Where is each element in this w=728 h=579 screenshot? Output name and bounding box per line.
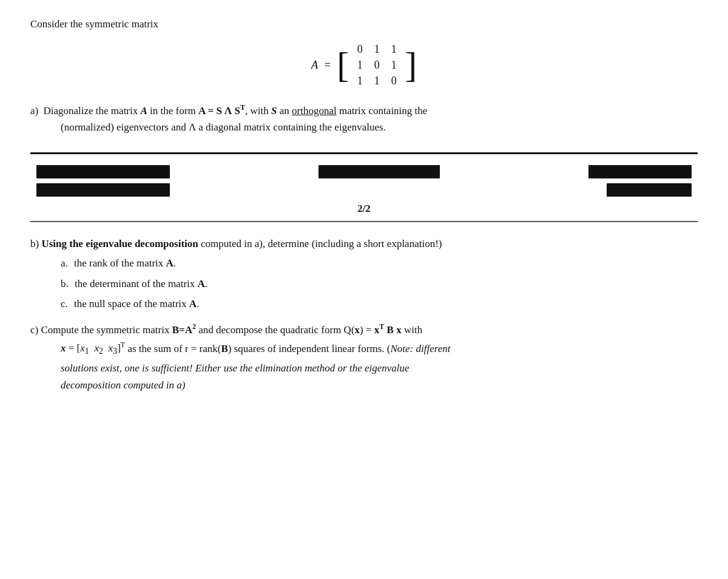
cell-2-2: 0 <box>385 75 402 87</box>
part-b-sub-items: a. the rank of the matrix A. b. the dete… <box>61 255 698 312</box>
part-c-B: B=A2 <box>172 324 196 336</box>
thick-divider <box>30 152 698 154</box>
x2-sub: 2 <box>99 347 103 356</box>
part-c-text1: Compute the symmetric matrix <box>41 324 172 336</box>
redacted-bar-1 <box>36 165 170 178</box>
cell-2-1: 1 <box>368 75 385 87</box>
thin-divider <box>30 221 698 222</box>
part-a: a) Diagonalize the matrix A in the form … <box>30 102 698 135</box>
part-c-text3: ) = <box>360 324 374 336</box>
cell-1-2: 1 <box>385 59 402 72</box>
matrix-container: A = [ 0 1 1 1 0 1 1 1 0 ] <box>30 41 698 89</box>
part-c-text2: and decompose the quadratic form Q( <box>196 324 355 336</box>
part-a-label: a) <box>30 105 38 117</box>
part-b-intro-bold: Using the eigenvalue decomposition <box>41 238 198 249</box>
cell-0-1: 1 <box>368 43 385 56</box>
matrix-label: A <box>311 58 318 72</box>
part-c-xb2: x <box>396 324 402 336</box>
italic-line-1: solutions exist, one is sufficient! Eith… <box>61 362 410 374</box>
part-c-vector-line: x = [x1 x2 x3]T <box>61 342 125 354</box>
part-a-text2: in the form <box>147 105 198 117</box>
part-a-orthogonal: orthogonal <box>292 105 337 117</box>
bracket-right: ] <box>405 47 417 83</box>
page-number: 2/2 <box>357 203 371 215</box>
x3-sub: 3 <box>113 347 117 356</box>
part-c-text8: ) squares of independent linear forms. ( <box>228 342 391 354</box>
sub-label-a: a. <box>61 257 68 269</box>
part-c-x: x <box>355 324 360 336</box>
part-b-intro-rest: computed in a), determine (including a s… <box>198 238 442 249</box>
matrix-grid: 0 1 1 1 0 1 1 1 0 <box>351 41 402 89</box>
redacted-bar-5 <box>607 183 692 197</box>
part-c-Bb: B <box>387 324 394 336</box>
part-b-label: b) <box>30 238 39 249</box>
part-a-line2: (normalized) eigenvectors and Λ a diagon… <box>61 121 386 133</box>
part-c-Bb2: B <box>221 342 228 354</box>
x1: x <box>80 342 85 354</box>
cell-0-0: 0 <box>351 43 368 56</box>
sub-c-end: . <box>197 298 199 310</box>
redacted-bar-2 <box>318 165 440 178</box>
x-vector-label: x <box>61 342 66 354</box>
sub-b-end: . <box>205 278 207 290</box>
cell-1-1: 0 <box>368 59 385 72</box>
part-c-italic-block: solutions exist, one is sufficient! Eith… <box>61 360 698 394</box>
part-a-text5: matrix containing the <box>337 105 428 117</box>
part-c-note: Note: different <box>390 342 450 354</box>
sub-c-bold: A <box>189 298 197 310</box>
part-a-text4: an <box>277 105 292 117</box>
bracket-left: [ <box>337 47 349 83</box>
matrix-expression: A = [ 0 1 1 1 0 1 1 1 0 ] <box>311 41 417 89</box>
part-a-A: A <box>141 105 147 117</box>
sub-text-a: the rank of the matrix <box>74 257 166 269</box>
sub-item-a: a. the rank of the matrix A. <box>61 255 698 271</box>
sub-item-b: b. the determinant of the matrix A. <box>61 276 698 292</box>
sub-item-c: c. the null space of the matrix A. <box>61 296 698 312</box>
x3: x <box>109 342 113 354</box>
matrix-bracket-wrap: [ 0 1 1 1 0 1 1 1 0 ] <box>337 41 417 89</box>
intro-text: Consider the symmetric matrix <box>30 18 698 30</box>
cell-1-0: 1 <box>351 59 368 72</box>
matrix-equals: = <box>324 58 331 72</box>
sub-text-b: the determinant of the matrix <box>75 278 198 290</box>
part-a-formula-main: A = S Λ ST <box>198 105 245 117</box>
italic-line-2: decomposition computed in a) <box>61 379 185 391</box>
redacted-bar-3 <box>588 165 692 178</box>
part-c-label: c) <box>30 324 38 336</box>
x2: x <box>94 342 99 354</box>
sub-b-bold: A <box>198 278 205 290</box>
part-c-text7: as the sum of r = rank( <box>125 342 221 354</box>
sub-text-c: the null space of the matrix <box>74 298 189 310</box>
cell-2-0: 1 <box>351 75 368 87</box>
part-b: b) Using the eigenvalue decomposition co… <box>30 235 698 312</box>
redacted-row-1 <box>30 165 698 178</box>
cell-0-2: 1 <box>385 43 402 56</box>
part-a-text3: , with <box>245 105 271 117</box>
part-a-text1: Diagonalize the matrix <box>43 105 140 117</box>
sub-a-end: . <box>174 257 176 269</box>
page-number-row: 2/2 <box>30 203 698 215</box>
sub-a-bold: A <box>166 257 174 269</box>
x1-sub: 1 <box>85 347 89 356</box>
sub-label-c: c. <box>61 298 68 310</box>
part-c-text6: with <box>402 324 422 336</box>
redacted-bar-4 <box>36 183 170 197</box>
sub-label-b: b. <box>61 278 69 290</box>
T-superscript: T <box>240 103 245 112</box>
redacted-row-2 <box>30 183 698 197</box>
part-c: c) Compute the symmetric matrix B=A2 and… <box>30 320 698 394</box>
